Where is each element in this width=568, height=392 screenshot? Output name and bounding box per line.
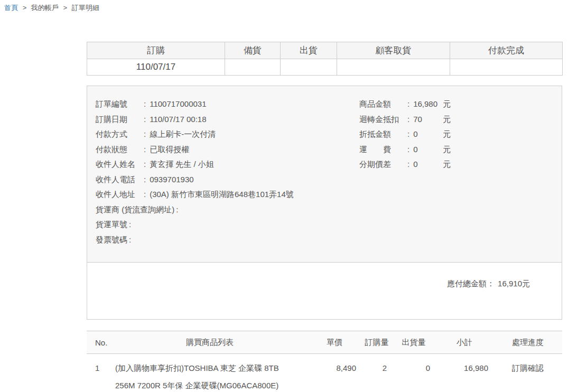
colon: :: [129, 235, 131, 244]
colon: :: [407, 115, 409, 124]
currency-unit: 元: [443, 145, 451, 154]
products-column-name: 購買商品列表: [112, 331, 308, 354]
fullwidth-colon: ：: [487, 279, 495, 288]
breadcrumb-separator: >: [63, 4, 67, 12]
recipient-phone-value: 0939701930: [150, 175, 193, 184]
order-details-left-column: 訂單編號:1100717000031 訂購日期:110/07/17 00:18 …: [96, 97, 359, 262]
colon: :: [407, 145, 409, 154]
breadcrumb-link-home[interactable]: 首頁: [4, 4, 18, 12]
total-payable-value: 16,910元: [498, 279, 530, 288]
currency-unit: 元: [443, 160, 451, 169]
recipient-name-label: 收件人姓名: [96, 157, 142, 172]
colon: :: [144, 175, 146, 184]
carrier-label: 貨運商 (貨流查詢網址): [96, 205, 174, 214]
recipient-name-value: 黃玄揮 先生 / 小姐: [150, 160, 214, 169]
products-column-status: 處理進度: [493, 331, 562, 354]
order-details-right-column: 商品金額:16,980元 迴轉金抵扣:70元 折抵金額:0元 運 費:0元 分期…: [359, 97, 553, 262]
breadcrumb-link-my-account[interactable]: 我的帳戶: [31, 4, 59, 12]
rebate-deduction-value: 70: [413, 112, 443, 127]
payment-method-value: 線上刷卡-一次付清: [150, 129, 216, 138]
installment-difference-value: 0: [413, 157, 443, 172]
colon: :: [407, 99, 409, 108]
discount-amount-label: 折抵金額: [359, 127, 406, 142]
colon: :: [176, 205, 178, 214]
colon: :: [144, 145, 146, 154]
colon: :: [407, 129, 409, 138]
invoice-number-row: 發票號碼:: [96, 232, 359, 248]
status-column-ordered: 訂購: [87, 42, 225, 59]
status-value-row: 110/07/17: [87, 59, 563, 76]
products-column-shipped-qty: 出貨量: [392, 331, 435, 354]
order-date-label: 訂購日期: [96, 112, 142, 127]
product-row: 1 (加入購物車享折扣)TOSHIBA 東芝 企業碟 8TB 256M 7200…: [87, 354, 562, 392]
shipping-fee-row: 運 費:0元: [359, 142, 553, 157]
payment-status-row: 付款狀態:已取得授權: [96, 142, 359, 157]
payment-status-value: 已取得授權: [150, 145, 189, 154]
order-number-row: 訂單編號:1100717000031: [96, 97, 359, 112]
colon: :: [407, 160, 409, 169]
merchandise-amount-label: 商品金額: [359, 97, 406, 112]
order-number-value: 1100717000031: [150, 99, 206, 108]
products-table: No. 購買商品列表 單價 訂購量 出貨量 小計 處理進度 1 (加入購物車享折…: [87, 331, 562, 392]
rebate-deduction-label: 迴轉金抵扣: [359, 112, 406, 127]
colon: :: [129, 220, 131, 229]
product-subtotal: 16,980: [435, 354, 493, 392]
carrier-row: 貨運商 (貨流查詢網址):: [96, 202, 359, 218]
colon: :: [144, 160, 146, 169]
product-unit-price: 8,490: [308, 354, 361, 392]
product-status: 訂購確認: [493, 354, 562, 392]
currency-unit: 元: [443, 129, 451, 138]
colon: :: [144, 190, 146, 199]
recipient-address-row: 收件人地址:(30A) 新竹市東區明湖路648巷101弄14號: [96, 187, 359, 202]
rebate-deduction-row: 迴轉金抵扣:70元: [359, 112, 553, 127]
payment-status-label: 付款狀態: [96, 142, 142, 157]
shipping-fee-value: 0: [413, 142, 443, 157]
status-preparing-date: [225, 59, 281, 76]
breadcrumb-current-order-detail: 訂單明細: [72, 4, 99, 12]
products-header-row: No. 購買商品列表 單價 訂購量 出貨量 小計 處理進度: [87, 331, 562, 354]
merchandise-amount-row: 商品金額:16,980元: [359, 97, 553, 112]
product-name-link[interactable]: (加入購物車享折扣)TOSHIBA 東芝 企業碟 8TB 256M 7200R …: [115, 363, 279, 390]
status-column-customer-pickup: 顧客取貨: [337, 42, 450, 59]
discount-amount-value: 0: [413, 127, 443, 142]
status-column-shipped: 出貨: [281, 42, 337, 59]
product-name-cell: (加入購物車享折扣)TOSHIBA 東芝 企業碟 8TB 256M 7200R …: [112, 354, 308, 392]
status-ordered-date: 110/07/17: [87, 59, 225, 76]
status-header-row: 訂購 備貨 出貨 顧客取貨 付款完成: [87, 42, 563, 59]
tracking-number-label: 貨運單號: [96, 220, 127, 229]
status-column-payment-complete: 付款完成: [450, 42, 563, 59]
status-customer-pickup-date: [337, 59, 450, 76]
order-number-label: 訂單編號: [96, 97, 142, 112]
products-column-no: No.: [87, 331, 112, 354]
products-column-subtotal: 小計: [435, 331, 493, 354]
status-shipped-date: [281, 59, 337, 76]
breadcrumb-separator: >: [23, 4, 27, 12]
order-details-main: 訂單編號:1100717000031 訂購日期:110/07/17 00:18 …: [87, 86, 562, 263]
total-payable-label: 應付總金額: [447, 279, 487, 288]
product-order-qty: 2: [361, 354, 392, 392]
product-shipped-qty: 0: [392, 354, 435, 392]
recipient-address-value: (30A) 新竹市東區明湖路648巷101弄14號: [150, 190, 294, 199]
products-column-order-qty: 訂購量: [361, 331, 392, 354]
recipient-address-label: 收件人地址: [96, 187, 142, 202]
currency-unit: 元: [443, 115, 451, 124]
status-column-preparing: 備貨: [225, 42, 281, 59]
tracking-number-row: 貨運單號:: [96, 217, 359, 232]
shipping-fee-label: 運 費: [359, 142, 406, 157]
order-date-value: 110/07/17 00:18: [150, 115, 206, 124]
payment-method-row: 付款方式:線上刷卡-一次付清: [96, 127, 359, 142]
total-payable-section: 應付總金額：16,910元: [87, 263, 562, 319]
product-row-number: 1: [87, 354, 112, 392]
colon: :: [144, 99, 146, 108]
merchandise-amount-value: 16,980: [413, 97, 443, 112]
installment-difference-label: 分期價差: [359, 157, 406, 172]
status-payment-complete-date: [450, 59, 563, 76]
payment-method-label: 付款方式: [96, 127, 142, 142]
order-date-row: 訂購日期:110/07/17 00:18: [96, 112, 359, 127]
discount-amount-row: 折抵金額:0元: [359, 127, 553, 142]
order-status-table: 訂購 備貨 出貨 顧客取貨 付款完成 110/07/17: [87, 42, 563, 76]
products-column-unit-price: 單價: [308, 331, 361, 354]
recipient-phone-row: 收件人電話:0939701930: [96, 172, 359, 188]
invoice-number-label: 發票號碼: [96, 235, 127, 244]
colon: :: [144, 129, 146, 138]
